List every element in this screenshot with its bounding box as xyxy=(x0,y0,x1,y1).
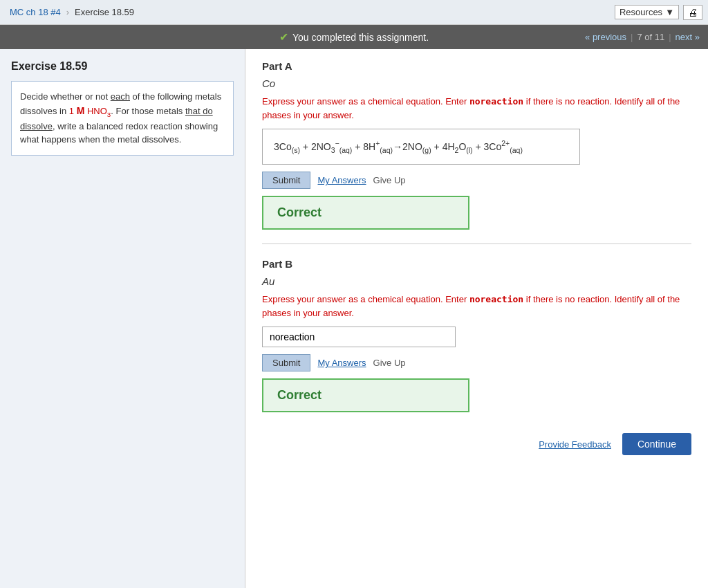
sidebar: Exercise 18.59 Decide whether or not eac… xyxy=(0,49,245,588)
part-b-metal: Au xyxy=(262,275,691,287)
resources-dropdown[interactable]: Resources ▼ xyxy=(615,5,679,19)
banner-message: You completed this assignment. xyxy=(292,32,429,43)
part-b-give-up[interactable]: Give Up xyxy=(373,358,406,368)
part-a-equation-box: 3Co(s) + 2NO3−(aq) + 8H+(aq)→2NO(g) + 4H… xyxy=(262,129,580,165)
instructions-text3: . For those metals xyxy=(111,106,185,116)
check-icon: ✔ xyxy=(279,30,288,44)
part-a-instruction: Express your answer as a chemical equati… xyxy=(262,95,691,122)
part-b-submit-row: Submit My Answers Give Up xyxy=(262,354,691,371)
instructions-box: Decide whether or not each of the follow… xyxy=(11,81,234,156)
breadcrumb-exercise: Exercise 18.59 xyxy=(71,4,138,20)
noreaction-code-b: noreaction xyxy=(469,294,523,304)
instructions-text1: Decide whether or not xyxy=(20,91,111,102)
instructions-conc: 1 M HNO3 xyxy=(69,106,111,116)
content-area: Part A Co Express your answer as a chemi… xyxy=(245,49,708,588)
pipe-separator: | xyxy=(631,32,633,42)
part-a-correct-banner: Correct xyxy=(262,196,469,230)
part-b-correct-banner: Correct xyxy=(262,378,469,412)
part-a-metal: Co xyxy=(262,77,691,89)
instructions-each: each xyxy=(111,91,130,102)
top-nav: MC ch 18 #4 › Exercise 18.59 Resources ▼… xyxy=(0,0,708,25)
next-link[interactable]: next » xyxy=(676,32,700,42)
part-a-my-answers-link[interactable]: My Answers xyxy=(317,175,366,185)
part-b-my-answers-link[interactable]: My Answers xyxy=(317,358,366,368)
resources-label: Resources xyxy=(620,7,662,17)
part-a-give-up[interactable]: Give Up xyxy=(373,175,406,185)
main-layout: Exercise 18.59 Decide whether or not eac… xyxy=(0,49,708,588)
breadcrumb-separator: › xyxy=(65,7,71,17)
part-b-title: Part B xyxy=(262,258,691,270)
bottom-actions: Provide Feedback Continue xyxy=(262,426,691,469)
print-button[interactable]: 🖨 xyxy=(683,5,702,20)
sidebar-title: Exercise 18.59 xyxy=(11,60,234,73)
provide-feedback-link[interactable]: Provide Feedback xyxy=(539,439,611,450)
part-b-answer-input[interactable] xyxy=(262,327,456,347)
nav-right: Resources ▼ 🖨 xyxy=(615,5,702,20)
part-a-title: Part A xyxy=(262,60,691,72)
banner-navigation: « previous | 7 of 11 | next » xyxy=(585,32,700,42)
part-a-submit-row: Submit My Answers Give Up xyxy=(262,172,691,189)
breadcrumb-mc[interactable]: MC ch 18 #4 xyxy=(6,4,65,20)
part-b-section: Part B Au Express your answer as a chemi… xyxy=(262,258,691,412)
part-a-submit-button[interactable]: Submit xyxy=(262,172,310,189)
part-a-section: Part A Co Express your answer as a chemi… xyxy=(262,60,691,230)
continue-button[interactable]: Continue xyxy=(622,433,691,455)
completion-banner: ✔ You completed this assignment. « previ… xyxy=(0,25,708,49)
resources-arrow: ▼ xyxy=(665,7,674,17)
position-indicator: 7 of 11 xyxy=(637,32,664,42)
noreaction-code-a: noreaction xyxy=(469,96,523,107)
part-divider xyxy=(262,244,691,244)
part-a-equation: 3Co(s) + 2NO3−(aq) + 8H+(aq)→2NO(g) + 4H… xyxy=(274,141,523,152)
part-b-submit-button[interactable]: Submit xyxy=(262,354,310,371)
previous-link[interactable]: « previous xyxy=(585,32,626,42)
pipe-separator2: | xyxy=(669,32,671,42)
part-b-instruction: Express your answer as a chemical equati… xyxy=(262,293,691,320)
